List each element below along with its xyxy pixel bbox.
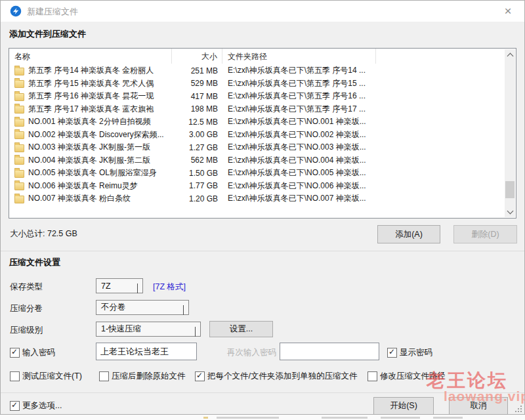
password-checkbox[interactable] xyxy=(10,348,20,358)
delete-button[interactable]: 删除(D) xyxy=(453,225,517,243)
table-row[interactable]: 第五季 序号14 神楽坂真冬 金粉丽人 251 MB E:\zxl\神乐坂真冬已… xyxy=(9,64,505,77)
divider xyxy=(1,251,524,251)
file-path: E:\zxl\神乐坂真冬已下\第五季 序号16 ... xyxy=(222,91,505,102)
folder-icon xyxy=(14,131,24,139)
add-button[interactable]: 添加(A) xyxy=(377,225,440,243)
table-row[interactable]: NO.007 神楽坂真冬 粉白条纹 1.20 GB E:\zxl\神乐坂真冬已下… xyxy=(9,192,505,205)
folder-icon xyxy=(14,182,24,190)
save-type-label: 保存类型 xyxy=(10,282,43,292)
file-name: NO.006 神楽坂真冬 Reimu灵梦 xyxy=(28,180,138,192)
more-options-label: 更多选项... xyxy=(22,400,62,411)
folder-icon xyxy=(14,68,24,75)
file-name: NO.002 神楽坂真冬 Discovery探索频... xyxy=(28,129,164,140)
file-size: 198 MB xyxy=(172,104,222,114)
file-name: 第五季 序号15 神楽坂真冬 咒术人偶 xyxy=(28,78,154,89)
close-icon[interactable]: × xyxy=(498,2,518,20)
header-separator xyxy=(375,49,376,64)
chevron-down-icon xyxy=(137,284,138,293)
settings-section-title: 压缩文件设置 xyxy=(9,257,60,268)
file-name: NO.007 神楽坂真冬 粉白条纹 xyxy=(28,193,131,204)
scroll-down-icon[interactable] xyxy=(505,206,515,217)
table-row[interactable]: 第五季 序号16 神楽坂真冬 昙花一现 417 MB E:\zxl\神乐坂真冬已… xyxy=(9,90,505,103)
volume-select[interactable]: 不分卷 xyxy=(96,300,189,315)
delete-after-label: 压缩后删除原始文件 xyxy=(112,371,186,381)
column-header-name[interactable]: 名称 xyxy=(9,49,172,64)
file-path: E:\zxl\神乐坂真冬已下\NO.006 神楽坂... xyxy=(222,180,505,192)
file-path: E:\zxl\神乐坂真冬已下\NO.005 神楽坂... xyxy=(222,167,505,178)
file-size: 1.50 GB xyxy=(172,169,222,178)
file-path: E:\zxl\神乐坂真冬已下\第五季 序号15 ... xyxy=(222,78,505,89)
password-label: 输入密码 xyxy=(22,347,55,358)
file-name: NO.001 神楽坂真冬 2分钟自拍视频 xyxy=(28,116,151,127)
level-value: 1-快速压缩 xyxy=(101,324,141,335)
background-text-smudge xyxy=(381,417,420,419)
chevron-down-icon xyxy=(183,305,184,314)
scrollbar[interactable] xyxy=(505,49,515,217)
file-size: 251 MB xyxy=(172,66,222,75)
resize-grip-icon[interactable] xyxy=(515,406,522,412)
file-table: 名称 大小 文件夹路径 第五季 序号14 神楽坂真冬 金粉丽人 251 MB E… xyxy=(9,48,516,219)
start-button[interactable]: 开始(S) xyxy=(373,397,434,415)
background-window-strip xyxy=(0,415,525,420)
add-section-title: 添加文件到压缩文件 xyxy=(9,28,86,40)
folder-icon xyxy=(14,170,24,178)
background-text-smudge xyxy=(217,417,279,419)
file-name: NO.003 神楽坂真冬 JK制服-第一版 xyxy=(28,142,150,153)
delete-after-checkbox[interactable] xyxy=(99,371,109,381)
table-row[interactable]: NO.003 神楽坂真冬 JK制服-第一版 1.27 GB E:\zxl\神乐坂… xyxy=(9,141,505,154)
show-password-checkbox[interactable] xyxy=(387,348,397,358)
file-size: 562 MB xyxy=(172,156,222,165)
cancel-button[interactable]: 取消 xyxy=(449,397,508,415)
table-header: 名称 大小 文件夹路径 xyxy=(9,49,505,64)
folder-icon xyxy=(14,80,24,88)
scroll-up-icon[interactable] xyxy=(505,49,515,60)
folder-icon xyxy=(14,144,24,152)
scroll-thumb[interactable] xyxy=(505,181,514,198)
change-path-checkbox[interactable] xyxy=(368,371,377,381)
save-type-select[interactable]: 7Z xyxy=(96,278,143,293)
background-text-smudge xyxy=(433,417,463,419)
level-select[interactable]: 1-快速压缩 xyxy=(96,322,201,337)
format-link[interactable]: [7Z 格式] xyxy=(153,282,186,293)
bandizip-icon xyxy=(10,5,22,17)
file-name: 第五季 序号17 神楽坂真冬 蓝衣旗袍 xyxy=(28,104,154,115)
file-size: 1.20 GB xyxy=(172,194,222,203)
file-path: E:\zxl\神乐坂真冬已下\第五季 序号14 ... xyxy=(222,65,505,76)
volume-label: 压缩分卷 xyxy=(10,303,43,314)
file-path: E:\zxl\神乐坂真冬已下\NO.001 神楽坂... xyxy=(222,116,505,127)
column-header-path[interactable]: 文件夹路径 xyxy=(222,49,505,64)
test-archive-checkbox[interactable] xyxy=(10,371,20,381)
column-header-size[interactable]: 大小 xyxy=(172,49,222,64)
more-options-checkbox[interactable] xyxy=(10,401,20,411)
table-row[interactable]: NO.005 神楽坂真冬 OL制服浴室湿身 1.50 GB E:\zxl\神乐坂… xyxy=(9,167,505,180)
divider xyxy=(1,392,524,393)
confirm-password-label: 再次输入密码 xyxy=(227,347,276,358)
new-archive-dialog: 新建压缩文件 × 添加文件到压缩文件 名称 大小 文件夹路径 第五季 序号14 … xyxy=(0,0,525,415)
background-folder-icon xyxy=(203,417,208,419)
level-label: 压缩级别 xyxy=(10,325,43,335)
codec-settings-button[interactable]: 设置... xyxy=(209,321,273,337)
window-title: 新建压缩文件 xyxy=(27,6,78,18)
table-row[interactable]: NO.004 神楽坂真冬 JK制服-第二版 562 MB E:\zxl\神乐坂真… xyxy=(9,154,505,167)
file-path: E:\zxl\神乐坂真冬已下\第五季 序号17 ... xyxy=(222,104,505,115)
folder-icon xyxy=(14,196,24,203)
file-name: 第五季 序号14 神楽坂真冬 金粉丽人 xyxy=(28,65,154,76)
file-name: 第五季 序号16 神楽坂真冬 昙花一现 xyxy=(28,91,154,102)
password-input[interactable] xyxy=(96,343,197,360)
table-row[interactable]: 第五季 序号15 神楽坂真冬 咒术人偶 529 MB E:\zxl\神乐坂真冬已… xyxy=(9,77,505,91)
separate-archives-checkbox[interactable] xyxy=(195,371,205,381)
table-row[interactable]: NO.006 神楽坂真冬 Reimu灵梦 1.77 GB E:\zxl\神乐坂真… xyxy=(9,180,505,193)
folder-icon xyxy=(14,119,24,127)
file-name: NO.004 神楽坂真冬 JK制服-第二版 xyxy=(28,155,150,166)
chevron-down-icon xyxy=(195,327,196,336)
table-row[interactable]: NO.002 神楽坂真冬 Discovery探索频... 3.00 GB E:\… xyxy=(9,129,505,142)
table-row[interactable]: 第五季 序号17 神楽坂真冬 蓝衣旗袍 198 MB E:\zxl\神乐坂真冬已… xyxy=(9,103,505,116)
show-password-label: 显示密码 xyxy=(400,347,432,358)
file-size: 12.5 MB xyxy=(172,117,222,127)
table-row[interactable]: NO.001 神楽坂真冬 2分钟自拍视频 12.5 MB E:\zxl\神乐坂真… xyxy=(9,116,505,129)
file-path: E:\zxl\神乐坂真冬已下\NO.002 神楽坂... xyxy=(222,129,505,140)
file-size: 3.00 GB xyxy=(172,130,222,139)
confirm-password-input[interactable] xyxy=(280,343,379,360)
file-path: E:\zxl\神乐坂真冬已下\NO.007 神楽坂... xyxy=(222,193,505,204)
total-size-label: 大小总计: 72.5 GB xyxy=(10,228,77,239)
